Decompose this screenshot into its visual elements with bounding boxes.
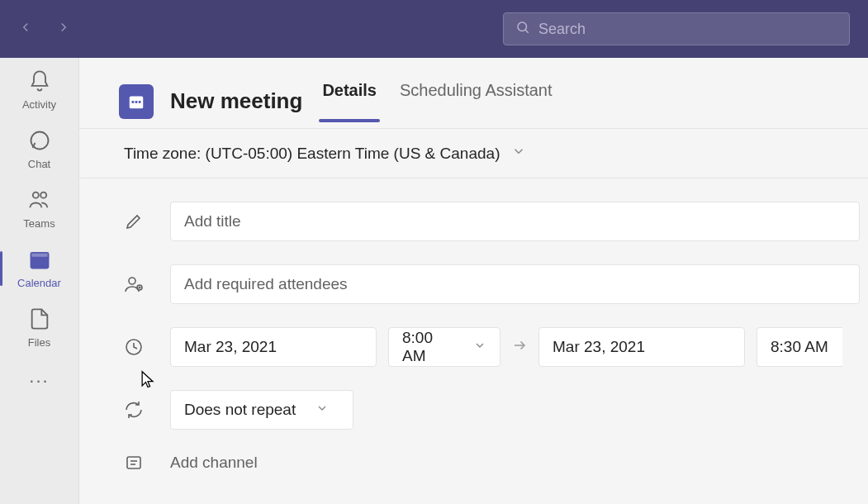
start-time-value: 8:00 AM bbox=[402, 329, 453, 365]
files-icon bbox=[28, 307, 51, 333]
svg-rect-9 bbox=[135, 101, 138, 103]
rail-more-button[interactable]: ··· bbox=[29, 370, 49, 392]
channel-icon bbox=[119, 453, 149, 473]
start-date-value: Mar 23, 2021 bbox=[184, 338, 277, 356]
bell-icon bbox=[28, 69, 51, 95]
rail-chat[interactable]: Chat bbox=[0, 129, 78, 170]
attendees-input[interactable]: Add required attendees bbox=[170, 264, 860, 304]
rail-label: Files bbox=[28, 336, 50, 349]
timezone-selector[interactable]: Time zone: (UTC-05:00) Eastern Time (US … bbox=[79, 129, 868, 178]
title-input[interactable]: Add title bbox=[170, 202, 860, 241]
repeat-select[interactable]: Does not repeat bbox=[170, 390, 353, 430]
svg-point-4 bbox=[40, 193, 46, 198]
app-rail: Activity Chat Teams Calendar Files bbox=[0, 58, 79, 504]
channel-input[interactable]: Add channel bbox=[170, 454, 868, 472]
teams-icon bbox=[28, 188, 51, 214]
chat-icon bbox=[28, 129, 51, 155]
svg-rect-6 bbox=[31, 253, 48, 258]
rail-files[interactable]: Files bbox=[0, 307, 78, 349]
svg-rect-10 bbox=[139, 101, 141, 103]
top-bar: Search bbox=[0, 0, 868, 58]
rail-label: Chat bbox=[28, 158, 50, 170]
calendar-icon bbox=[28, 248, 51, 273]
page-title: New meeting bbox=[170, 88, 302, 114]
end-date-value: Mar 23, 2021 bbox=[553, 338, 645, 356]
rail-activity[interactable]: Activity bbox=[0, 69, 78, 111]
title-placeholder: Add title bbox=[184, 212, 241, 231]
search-box[interactable]: Search bbox=[503, 12, 850, 45]
tab-scheduling-assistant[interactable]: Scheduling Assistant bbox=[396, 81, 556, 121]
meeting-type-icon bbox=[119, 84, 154, 119]
attendees-icon bbox=[119, 274, 149, 294]
svg-rect-8 bbox=[132, 101, 135, 103]
clock-icon bbox=[119, 337, 149, 357]
rail-calendar[interactable]: Calendar bbox=[0, 248, 78, 289]
nav-back-button[interactable] bbox=[18, 20, 33, 38]
svg-line-1 bbox=[525, 30, 529, 33]
arrow-right-icon bbox=[512, 338, 527, 356]
end-date-input[interactable]: Mar 23, 2021 bbox=[538, 327, 745, 367]
repeat-icon bbox=[119, 400, 149, 420]
rail-label: Activity bbox=[22, 98, 56, 111]
svg-rect-17 bbox=[127, 457, 140, 468]
channel-placeholder: Add channel bbox=[170, 454, 258, 471]
chevron-down-icon bbox=[511, 144, 526, 163]
rail-label: Calendar bbox=[17, 277, 61, 289]
chevron-down-icon bbox=[473, 338, 486, 356]
chevron-down-icon bbox=[315, 401, 329, 419]
end-time-select[interactable]: 8:30 AM bbox=[757, 327, 842, 367]
svg-point-0 bbox=[518, 22, 527, 31]
attendees-placeholder: Add required attendees bbox=[184, 275, 348, 293]
search-icon bbox=[515, 20, 530, 39]
timezone-label: Time zone: (UTC-05:00) Eastern Time (US … bbox=[124, 145, 500, 163]
start-date-input[interactable]: Mar 23, 2021 bbox=[170, 327, 377, 367]
tab-details[interactable]: Details bbox=[319, 81, 380, 121]
main-panel: New meeting Details Scheduling Assistant… bbox=[79, 58, 868, 504]
pencil-icon bbox=[119, 212, 149, 231]
rail-label: Teams bbox=[23, 217, 55, 230]
start-time-select[interactable]: 8:00 AM bbox=[388, 327, 500, 367]
meeting-header: New meeting Details Scheduling Assistant bbox=[79, 58, 868, 129]
search-placeholder: Search bbox=[538, 21, 586, 38]
svg-point-11 bbox=[129, 278, 135, 284]
svg-point-3 bbox=[32, 193, 38, 198]
nav-forward-button[interactable] bbox=[56, 20, 71, 38]
rail-teams[interactable]: Teams bbox=[0, 188, 78, 230]
repeat-value: Does not repeat bbox=[184, 401, 296, 419]
end-time-value: 8:30 AM bbox=[771, 338, 828, 356]
